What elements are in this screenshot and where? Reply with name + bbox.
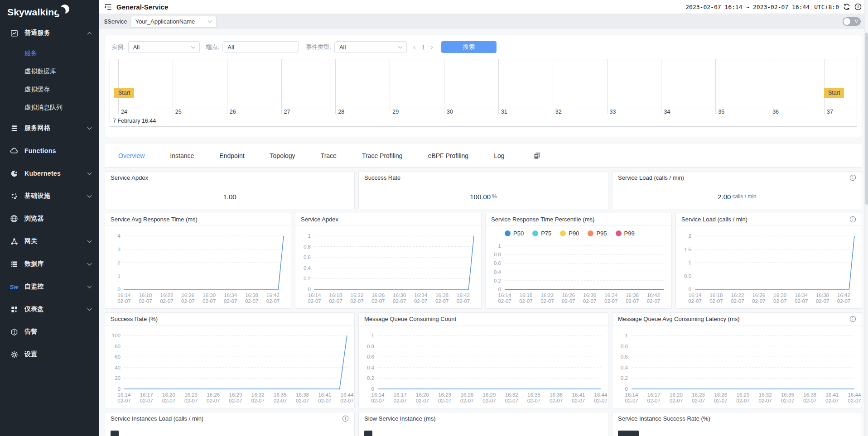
timeline-gridline (715, 59, 716, 114)
svg-text:16:35: 16:35 (781, 392, 794, 398)
timeline-event-start-badge[interactable]: Start (114, 88, 134, 98)
sidebar-subitem[interactable]: 虚拟数据库 (0, 62, 99, 81)
sidebar-item-self-observability[interactable]: Sw自监控 (0, 275, 99, 298)
legend-item[interactable]: P95 (588, 230, 607, 237)
sidebar-item-label: Kubernetes (24, 170, 61, 177)
collapse-sidebar-icon[interactable] (104, 4, 112, 10)
tab-endpoint[interactable]: Endpoint (219, 152, 244, 159)
sidebar-item-gateway[interactable]: 网关 (0, 230, 99, 253)
moon-icon (60, 5, 69, 14)
stat-value: 1.00 (223, 193, 236, 201)
skywalking-logo[interactable]: Skywalking (0, 0, 99, 22)
svg-text:0.2: 0.2 (494, 278, 501, 283)
svg-text:02-07: 02-07 (550, 398, 563, 403)
info-icon[interactable] (849, 316, 856, 322)
sidebar-item-database[interactable]: 数据库 (0, 253, 99, 275)
tab-ebpf-profiling[interactable]: eBPF Profiling (428, 152, 468, 159)
sidebar-item-general-service[interactable]: 普通服务 (0, 22, 99, 44)
sidebar-item-browser[interactable]: 浏览器 (0, 207, 99, 230)
chevron-down-icon (87, 172, 92, 175)
sidebar-item-kubernetes[interactable]: Kubernetes (0, 162, 99, 185)
tab-trace[interactable]: Trace (321, 152, 337, 159)
chart-plot-area: 00.20.40.60.8116:1402-0716:1702-0716:200… (612, 326, 862, 408)
svg-text:16:20: 16:20 (670, 392, 683, 398)
copy-dashboard-icon[interactable] (533, 151, 541, 160)
svg-text:2: 2 (118, 260, 121, 265)
sidebar-item-label: 网关 (24, 237, 38, 245)
sidebar-item-label: 数据库 (24, 260, 44, 268)
legend-item[interactable]: P75 (532, 230, 551, 237)
timeline-tick-label: 35 (718, 109, 724, 115)
stat-value-wrap: 100.00% (359, 184, 608, 209)
event-type-select[interactable]: All (334, 41, 407, 53)
sidebar-item-functions[interactable]: Functions (0, 139, 99, 162)
svg-text:02-07: 02-07 (224, 298, 237, 304)
card-title-bar: Service Response Time Percentile (ms) (486, 213, 671, 226)
scrollbar-thumb[interactable] (865, 33, 868, 205)
svg-text:02-07: 02-07 (795, 298, 808, 304)
chevron-down-icon (87, 285, 92, 288)
prev-page-button[interactable]: ‹ (413, 43, 415, 51)
endpoint-input[interactable] (222, 41, 299, 53)
page-scrollbar[interactable] (864, 0, 868, 436)
tab-topology[interactable]: Topology (270, 152, 295, 159)
info-icon[interactable] (849, 216, 856, 223)
svg-text:16:32: 16:32 (251, 392, 265, 398)
search-button[interactable]: 搜索 (441, 41, 497, 53)
chart-card: Message Queue Avg Consuming Latency (ms)… (612, 312, 862, 408)
tab-overview[interactable]: Overview (118, 152, 145, 159)
service-select[interactable]: Your_ApplicationName (130, 16, 217, 28)
card-title-bar: Service Load (calls / min) (676, 213, 862, 226)
card-title-text: Slow Service Instance (ms) (364, 415, 436, 422)
tab-log[interactable]: Log (494, 152, 504, 159)
sidebar-subitem[interactable]: 虚拟缓存 (0, 81, 99, 99)
event-timeline[interactable]: 7 February 16:44 24252627282930313233343… (110, 59, 857, 127)
svg-text:16:18: 16:18 (710, 292, 723, 298)
svg-text:16:23: 16:23 (184, 392, 198, 398)
svg-text:16:26: 16:26 (460, 392, 473, 398)
version-toggle[interactable]: V (843, 17, 861, 26)
timeline-tick-label: 31 (501, 109, 507, 115)
sidebar-item-service-mesh[interactable]: 服务网格 (0, 117, 99, 139)
svg-text:02-07: 02-07 (245, 298, 258, 304)
svg-text:02-07: 02-07 (505, 398, 518, 403)
svg-text:16:35: 16:35 (274, 392, 287, 398)
dashboard-icon (10, 306, 19, 313)
svg-text:02-07: 02-07 (160, 298, 173, 304)
endpoint-filter-label: 端点: (206, 43, 220, 51)
tab-instance[interactable]: Instance (170, 152, 194, 159)
app-root: Skywalking 普通服务服务虚拟数据库虚拟缓存虚拟消息队列服务网格Func… (0, 0, 868, 436)
sidebar-item-settings[interactable]: 设置 (0, 343, 99, 366)
tab-trace-profiling[interactable]: Trace Profiling (362, 152, 403, 159)
sidebar-subitem[interactable]: 虚拟消息队列 (0, 99, 99, 117)
legend-dot (505, 230, 511, 236)
timeline-event-start-badge[interactable]: Start (824, 88, 844, 98)
chevron-down-icon (87, 240, 92, 243)
svg-text:02-07: 02-07 (647, 298, 660, 304)
info-icon[interactable] (849, 174, 856, 181)
event-filter-row: 实例: All 端点: 事件类型: All ‹ 1 › (111, 41, 857, 53)
sidebar-item-infrastructure[interactable]: 基础设施 (0, 185, 99, 207)
current-page[interactable]: 1 (421, 44, 424, 51)
card-title-bar: Service Instance Success Rate (%) (612, 412, 862, 425)
info-icon[interactable] (342, 415, 349, 422)
svg-text:02-07: 02-07 (604, 298, 617, 304)
sidebar-subitem[interactable]: 服务 (0, 44, 99, 62)
chart-row-2: Success Rate (%)02040608010016:1402-0716… (105, 312, 862, 408)
next-page-button[interactable]: › (430, 43, 433, 51)
legend-item[interactable]: P90 (560, 230, 579, 237)
sidebar-item-dashboards[interactable]: 仪表盘 (0, 298, 99, 321)
sidebar-item-alerting[interactable]: 告警 (0, 321, 99, 343)
svg-text:02-07: 02-07 (626, 298, 639, 304)
info-icon[interactable] (854, 3, 862, 10)
refresh-icon[interactable] (843, 3, 850, 10)
legend-item[interactable]: P99 (616, 230, 635, 237)
instance-select[interactable]: All (128, 41, 200, 53)
svg-text:16:44: 16:44 (594, 392, 608, 398)
svg-text:16:41: 16:41 (825, 392, 839, 398)
time-range[interactable]: 2023-02-07 16:14 ~ 2023-02-07 16:44 (685, 4, 810, 10)
svg-text:16:42: 16:42 (647, 292, 660, 298)
legend-item[interactable]: P50 (505, 230, 524, 237)
svg-text:02-07: 02-07 (731, 298, 744, 304)
card-title-text: Service Instances Load (calls / min) (111, 415, 203, 422)
